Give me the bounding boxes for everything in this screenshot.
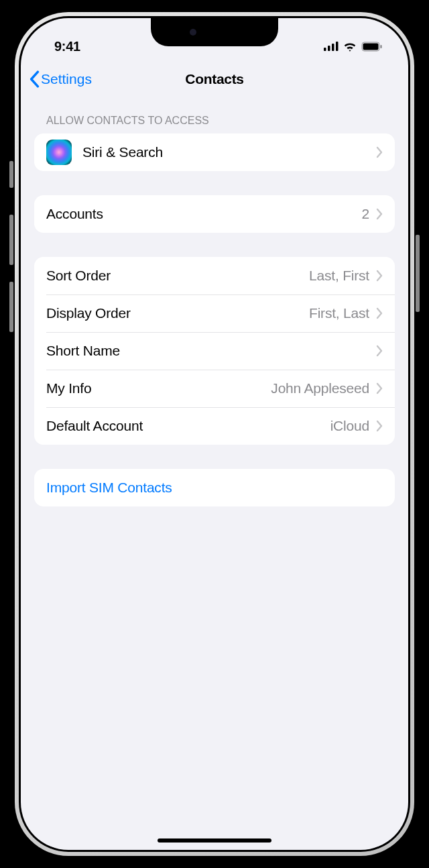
section-header-access: ALLOW CONTACTS TO ACCESS [34,96,395,133]
status-time: 9:41 [54,39,80,54]
row-accounts[interactable]: Accounts 2 [34,195,395,233]
group-access: Siri & Search [34,133,395,171]
row-sort-order[interactable]: Sort Order Last, First [34,257,395,294]
row-value: 2 [362,206,369,222]
group-import: Import SIM Contacts [34,469,395,506]
svg-rect-3 [336,42,339,51]
row-short-name[interactable]: Short Name [34,332,395,370]
row-label: Display Order [46,305,309,321]
svg-rect-2 [332,44,334,51]
svg-rect-6 [381,45,382,48]
page-title: Contacts [185,71,243,87]
battery-icon [361,42,383,52]
svg-rect-0 [324,48,326,51]
home-indicator[interactable] [158,838,271,843]
chevron-right-icon [376,307,383,319]
siri-icon [46,140,72,165]
row-import-sim[interactable]: Import SIM Contacts [34,469,395,506]
row-label: Siri & Search [82,144,376,160]
row-value: iCloud [330,418,369,434]
row-display-order[interactable]: Display Order First, Last [34,294,395,332]
row-default-account[interactable]: Default Account iCloud [34,407,395,445]
row-value: First, Last [309,305,369,321]
row-value: John Appleseed [271,380,369,396]
row-label: Short Name [46,343,376,359]
row-label: My Info [46,380,271,396]
chevron-right-icon [376,146,383,158]
row-siri-search[interactable]: Siri & Search [34,133,395,171]
group-accounts: Accounts 2 [34,195,395,233]
back-label: Settings [41,71,92,87]
back-button[interactable]: Settings [29,70,92,88]
svg-rect-5 [363,43,379,50]
row-label: Sort Order [46,268,309,284]
chevron-left-icon [29,70,40,88]
row-label: Default Account [46,418,330,434]
device-notch [151,18,278,46]
wifi-icon [343,42,357,52]
svg-rect-1 [328,46,330,51]
navigation-bar: Settings Contacts [21,58,408,96]
row-label: Import SIM Contacts [46,480,383,496]
row-my-info[interactable]: My Info John Appleseed [34,370,395,407]
cellular-icon [324,42,339,51]
row-label: Accounts [46,206,362,222]
group-settings: Sort Order Last, First Display Order Fir… [34,257,395,445]
row-value: Last, First [309,268,369,284]
chevron-right-icon [376,420,383,432]
screen: 9:41 Settings Contacts ALLOW CONTACTS TO… [21,18,408,850]
chevron-right-icon [376,270,383,282]
chevron-right-icon [376,208,383,220]
phone-frame: 9:41 Settings Contacts ALLOW CONTACTS TO… [15,12,414,856]
chevron-right-icon [376,345,383,357]
chevron-right-icon [376,382,383,394]
